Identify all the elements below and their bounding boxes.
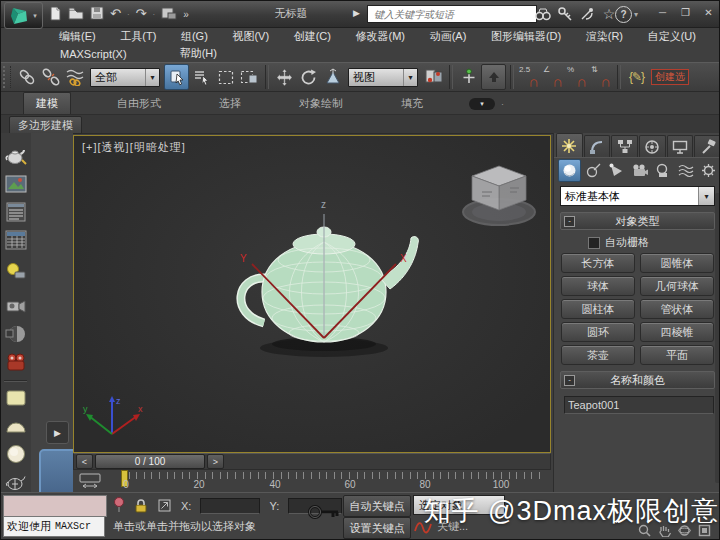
named-selection-set-field[interactable]: 创建选 — [651, 69, 689, 85]
pyramid-button[interactable]: 四棱锥 — [640, 322, 714, 342]
collapse-rollout-icon[interactable]: - — [564, 375, 575, 386]
ribbon-tab-freeform[interactable]: 自由形式 — [105, 93, 173, 114]
next-frame-button[interactable]: > — [207, 454, 224, 469]
ribbon-tab-populate[interactable]: 填充 — [389, 93, 435, 114]
camera-tool-icon[interactable] — [4, 294, 28, 318]
isolate-selection-icon[interactable] — [113, 497, 125, 515]
search-binoculars-icon[interactable] — [533, 5, 553, 23]
maxscript-listener-output[interactable]: 欢迎使用 MAXScr — [3, 516, 105, 537]
menu-customize[interactable]: 自定义(U) — [644, 28, 700, 45]
toolbar-grip[interactable] — [3, 66, 11, 88]
menu-views[interactable]: 视图(V) — [228, 28, 273, 45]
select-and-link-icon[interactable] — [15, 65, 38, 89]
help-icon[interactable]: ? — [615, 6, 632, 23]
help-dropdown-icon[interactable]: ▾ — [634, 10, 638, 19]
percent-snap-toggle-icon[interactable]: %∩ — [566, 65, 589, 89]
select-and-rotate-icon[interactable] — [297, 65, 320, 89]
select-object-button[interactable] — [164, 64, 189, 90]
geosphere-button[interactable]: 几何球体 — [640, 276, 714, 296]
search-input[interactable] — [372, 8, 532, 21]
edit-named-selection-sets-icon[interactable]: {✎} — [625, 65, 648, 89]
primitive-category-dropdown[interactable]: 标准基本体 ▾ — [560, 186, 715, 206]
project-folder-icon[interactable] — [161, 6, 177, 22]
keyboard-shortcut-override-button[interactable] — [481, 64, 506, 90]
spinner-snap-toggle-icon[interactable]: ⇅∩ — [590, 65, 613, 89]
app-logo-button[interactable]: ▾ — [4, 2, 43, 29]
subcat-shapes-icon[interactable] — [583, 160, 604, 181]
tab-hierarchy[interactable] — [611, 135, 638, 157]
qat-flyout-icon[interactable]: » — [183, 9, 189, 20]
menu-group[interactable]: 组(G) — [177, 28, 212, 45]
ribbon-tab-selection[interactable]: 选择 — [207, 93, 253, 114]
tab-motion[interactable] — [639, 135, 666, 157]
tab-display[interactable] — [667, 135, 694, 157]
subcat-cameras-icon[interactable] — [629, 160, 650, 181]
viewport-label[interactable]: [+][透视][明暗处理] — [82, 140, 186, 155]
perspective-viewport[interactable]: [+][透视][明暗处理] — [73, 135, 551, 453]
absolute-offset-mode-icon[interactable] — [157, 498, 172, 515]
rendered-image-tool-icon[interactable] — [4, 172, 28, 196]
subcat-helpers-icon[interactable] — [652, 160, 673, 181]
use-pivot-point-center-icon[interactable] — [422, 65, 445, 89]
new-file-icon[interactable] — [49, 6, 62, 23]
teapot-tool-icon[interactable] — [4, 144, 28, 168]
unlink-selection-icon[interactable] — [39, 65, 62, 89]
track-bar[interactable]: 0 20 40 60 80 100 — [73, 470, 551, 493]
shaded-globe-tool-icon[interactable] — [4, 322, 28, 346]
set-keys-key-icon[interactable] — [307, 501, 341, 525]
viewcube[interactable] — [452, 152, 547, 230]
infocenter-flyout-icon[interactable]: ▶ — [353, 8, 360, 18]
spreadsheet-tool-icon[interactable] — [4, 228, 28, 252]
tube-button[interactable]: 管状体 — [640, 299, 714, 319]
film-camera-tool-icon[interactable] — [4, 351, 28, 375]
snap-toggle-25d-icon[interactable]: 2.5∩ — [518, 65, 541, 89]
teapot-object[interactable]: z X Y — [224, 190, 454, 380]
time-slider-handle[interactable]: 0 / 100 — [95, 454, 205, 469]
name-color-rollout-header[interactable]: - 名称和颜色 — [560, 371, 715, 389]
autogrid-checkbox[interactable] — [588, 237, 600, 249]
light-tool-icon[interactable] — [4, 259, 28, 283]
maxscript-mini-listener[interactable] — [3, 495, 107, 517]
select-by-name-icon[interactable] — [190, 65, 213, 89]
expand-layout-tabs-button[interactable]: ▶ — [46, 421, 69, 444]
plane-button[interactable]: 平面 — [640, 345, 714, 365]
cone-button[interactable]: 圆锥体 — [640, 253, 714, 273]
cylinder-button[interactable]: 圆柱体 — [561, 299, 635, 319]
redo-dropdown-icon[interactable]: · — [152, 10, 155, 19]
ribbon-tab-object-paint[interactable]: 对象绘制 — [287, 93, 355, 114]
menu-help[interactable]: 帮助(H) — [176, 45, 221, 62]
plane-shape-tool-icon[interactable] — [4, 386, 28, 410]
x-coord-field[interactable] — [200, 498, 260, 514]
select-and-move-icon[interactable] — [273, 65, 296, 89]
save-icon[interactable] — [90, 6, 104, 22]
close-button[interactable]: ✕ — [699, 5, 718, 20]
object-type-rollout-header[interactable]: - 对象类型 — [560, 212, 715, 230]
angle-snap-toggle-icon[interactable]: ∠∩ — [542, 65, 565, 89]
window-crossing-toggle-icon[interactable] — [238, 65, 261, 89]
undo-icon[interactable]: ↶ — [110, 4, 121, 24]
panel-scrollbar[interactable] — [715, 193, 720, 483]
subcat-lights-icon[interactable] — [606, 160, 627, 181]
subcat-spacewarps-icon[interactable] — [675, 160, 696, 181]
list-panel-tool-icon[interactable] — [4, 200, 28, 224]
tab-modify[interactable] — [584, 135, 611, 157]
menu-rendering[interactable]: 渲染(R) — [582, 28, 627, 45]
bind-to-space-warp-icon[interactable] — [63, 65, 86, 89]
teapot-button[interactable]: 茶壶 — [561, 345, 635, 365]
ribbon-minimize-icon[interactable]: ▾ — [469, 98, 495, 110]
open-file-icon[interactable] — [68, 6, 84, 22]
minimize-button[interactable]: ─ — [653, 5, 672, 20]
subscription-key-icon[interactable] — [555, 5, 575, 23]
reference-coordinate-dropdown[interactable]: 视图 ▾ — [348, 68, 418, 87]
polygon-modeling-panel-tab[interactable]: 多边形建模 — [9, 116, 82, 134]
ribbon-minimize-dropdown-icon[interactable]: · — [501, 99, 504, 109]
select-and-scale-icon[interactable] — [321, 65, 344, 89]
object-name-field[interactable] — [564, 396, 714, 414]
redo-icon[interactable]: ↷ — [136, 4, 147, 24]
maximize-button[interactable]: ❐ — [676, 5, 695, 20]
selection-lock-icon[interactable] — [134, 498, 148, 515]
undo-dropdown-icon[interactable]: · — [127, 10, 130, 19]
menu-graph-editors[interactable]: 图形编辑器(D) — [487, 28, 565, 45]
ribbon-tab-modeling[interactable]: 建模 — [23, 92, 71, 114]
open-mini-curve-editor-icon[interactable] — [79, 473, 101, 490]
